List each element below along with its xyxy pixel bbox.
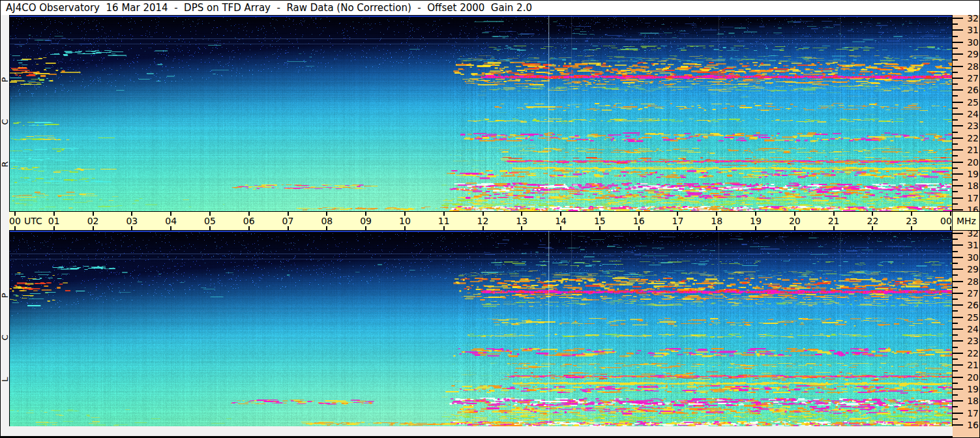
freq-minor-tick <box>953 203 958 205</box>
spectrogram-panel-rcp <box>9 15 953 212</box>
freq-minor-tick <box>953 299 958 300</box>
time-tick-label: 09 <box>360 212 372 230</box>
time-tick-label: 07 <box>282 212 294 230</box>
time-tick-label: 21 <box>828 212 840 230</box>
freq-minor-tick <box>953 239 958 240</box>
freq-tick-label: 20 <box>962 158 979 167</box>
time-axis-unit-label: UTC <box>24 212 42 230</box>
freq-tick-label: 25 <box>962 313 979 322</box>
freq-minor-tick <box>953 48 958 49</box>
time-tick-label: 20 <box>789 212 801 230</box>
freq-tick-label: 29 <box>962 50 979 59</box>
freq-tick-label: 17 <box>962 409 979 418</box>
app-window: AJ4CO Observatory 16 Mar 2014 - DPS on T… <box>0 0 980 438</box>
freq-tick-label: 22 <box>962 134 979 143</box>
frequency-axis-lcp: 3231302928272625242322212019181716 <box>953 231 979 426</box>
time-tick-label: 08 <box>321 212 333 230</box>
freq-axis-unit-label: MHz <box>957 212 976 230</box>
freq-tick-label: 16 <box>962 420 979 430</box>
bottom-margin <box>1 426 953 437</box>
freq-minor-tick <box>953 370 958 372</box>
freq-tick-label: 31 <box>962 241 979 250</box>
freq-tick-label: 30 <box>962 253 979 262</box>
page-title: AJ4CO Observatory 16 Mar 2014 - DPS on T… <box>6 1 532 15</box>
freq-tick-label: 24 <box>962 325 979 334</box>
axis-separator-line <box>952 212 953 230</box>
freq-minor-tick <box>953 251 958 252</box>
freq-tick-label: 19 <box>962 385 979 394</box>
freq-minor-tick <box>953 274 958 276</box>
freq-minor-tick <box>953 83 958 85</box>
freq-tick-label: 32 <box>962 229 979 238</box>
freq-tick-label: 21 <box>962 145 979 154</box>
freq-minor-tick <box>953 119 958 121</box>
time-tick-label: 01 <box>48 212 60 230</box>
time-tick-label: 06 <box>243 212 255 230</box>
title-bar: AJ4CO Observatory 16 Mar 2014 - DPS on T… <box>1 1 979 15</box>
time-tick-label: 12 <box>477 212 489 230</box>
polarization-gutter-lcp: L C P <box>1 231 9 426</box>
freq-minor-tick <box>953 358 958 360</box>
time-tick-label: 16 <box>633 212 645 230</box>
polarization-label-lcp: L C P <box>0 276 10 381</box>
freq-minor-tick <box>953 143 958 145</box>
freq-tick-label: 29 <box>962 265 979 274</box>
freq-minor-tick <box>953 418 958 420</box>
freq-minor-tick <box>953 132 958 133</box>
freq-minor-tick <box>953 263 958 264</box>
freq-tick-label: 18 <box>962 396 979 405</box>
time-tick-label: 17 <box>672 212 684 230</box>
freq-tick-label: 18 <box>962 181 979 190</box>
time-tick-label: 00 <box>940 212 952 230</box>
freq-tick-label: 24 <box>962 110 979 119</box>
freq-minor-tick <box>953 394 958 396</box>
freq-tick-label: 21 <box>962 360 979 370</box>
spectrogram-panel-lcp <box>9 230 953 427</box>
polarization-gutter-rcp: R C P <box>1 16 9 211</box>
freq-minor-tick <box>953 95 958 96</box>
freq-minor-tick <box>953 155 958 156</box>
polarization-label-rcp: R C P <box>0 60 10 167</box>
freq-minor-tick <box>953 108 958 109</box>
freq-tick-label: 30 <box>962 38 979 47</box>
freq-minor-tick <box>953 310 958 312</box>
freq-tick-label: 27 <box>962 74 979 83</box>
freq-tick-label: 19 <box>962 169 979 179</box>
time-tick-label: 22 <box>867 212 878 230</box>
time-tick-label: 23 <box>906 212 917 230</box>
spectrogram-canvas-lcp <box>10 231 952 426</box>
freq-tick-label: 20 <box>962 373 979 382</box>
time-tick-label: 05 <box>204 212 216 230</box>
freq-minor-tick <box>953 59 958 61</box>
freq-minor-tick <box>953 334 958 336</box>
freq-tick-label: 23 <box>962 336 979 345</box>
freq-tick-label: 26 <box>962 300 979 310</box>
freq-tick-label: 25 <box>962 98 979 107</box>
freq-minor-tick <box>953 168 958 169</box>
time-tick-label: 03 <box>126 212 138 230</box>
freq-minor-tick <box>953 179 958 181</box>
time-tick-label: 14 <box>555 212 567 230</box>
freq-minor-tick <box>953 383 958 384</box>
time-tick-label: 13 <box>516 212 527 230</box>
time-tick-label: 15 <box>594 212 606 230</box>
freq-tick-label: 17 <box>962 194 979 203</box>
time-tick-label: 04 <box>165 212 177 230</box>
spectrogram-canvas-rcp <box>10 16 952 211</box>
time-axis: 0001020304050607080910111213141516171819… <box>9 211 979 231</box>
time-tick-label: 02 <box>87 212 99 230</box>
frequency-axis-rcp: 3231302928272625242322212019181716 <box>953 16 979 211</box>
time-tick-label: 11 <box>438 212 450 230</box>
freq-minor-tick <box>953 287 958 288</box>
freq-tick-label: 28 <box>962 277 979 286</box>
time-tick-label: 19 <box>750 212 762 230</box>
freq-minor-tick <box>953 36 958 37</box>
freq-minor-tick <box>953 347 958 348</box>
freq-minor-tick <box>953 23 958 25</box>
freq-tick-label: 32 <box>962 14 979 23</box>
freq-tick-label: 22 <box>962 349 979 358</box>
time-tick-label: 10 <box>399 212 411 230</box>
freq-tick-label: 23 <box>962 121 979 130</box>
freq-tick-label: 28 <box>962 62 979 71</box>
freq-minor-tick <box>953 406 958 407</box>
